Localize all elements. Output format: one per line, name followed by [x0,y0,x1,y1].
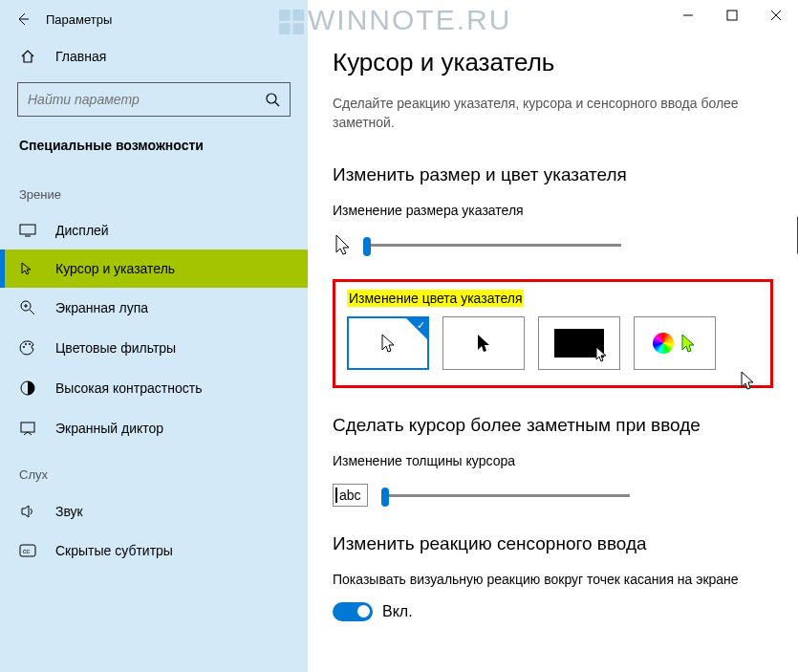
pointer-color-inverted[interactable] [538,316,620,370]
window-controls [666,0,798,31]
sidebar: Параметры Главная Специальные возможност… [0,0,308,672]
cursor-large-icon [792,216,798,260]
pointer-color-options: ✓ [347,316,759,370]
sidebar-home[interactable]: Главная [0,38,308,75]
svg-rect-2 [20,225,35,234]
search-box[interactable] [17,82,291,117]
titlebar: Параметры [0,0,308,38]
pointer-size-slider[interactable] [363,244,621,247]
home-icon [19,48,38,65]
sidebar-item-label: Экранный диктор [55,421,163,436]
slider-thumb[interactable] [381,488,389,507]
search-input[interactable] [18,92,255,107]
sidebar-item-magnifier[interactable]: Экранная лупа [0,288,308,328]
cursor-thickness-row: abc [333,484,773,507]
sidebar-item-cursor[interactable]: Курсор и указатель [0,249,308,288]
svg-rect-12 [21,423,34,432]
sidebar-home-label: Главная [55,49,106,64]
touch-section-title: Изменить реакцию сенсорного ввода [333,533,773,554]
check-icon: ✓ [417,319,425,332]
toggle-label: Вкл. [382,603,413,620]
contrast-icon [19,379,38,397]
thickness-label: Изменение толщины курсора [333,453,773,468]
sidebar-item-label: Курсор и указатель [55,261,175,276]
palette-icon [19,339,38,357]
main-pane: WINNOTE.RU Курсор и указатель Сделайте р… [308,0,798,672]
svg-line-5 [30,310,34,314]
cursor-preview: abc [333,484,368,507]
magnifier-icon [19,299,38,316]
sidebar-item-label: Экранная лупа [55,300,148,315]
pointer-color-black[interactable] [442,316,525,370]
search-icon [255,92,290,107]
window-title: Параметры [46,12,112,27]
cc-icon: cc [19,544,38,557]
color-label: Изменение цвета указателя [347,290,524,307]
svg-rect-20 [727,11,737,20]
category-title: Специальные возможности [0,130,308,168]
sidebar-item-label: Цветовые фильтры [55,340,176,356]
sidebar-item-display[interactable]: Дисплей [0,211,308,249]
page-title: Курсор и указатель [333,48,773,77]
sidebar-item-filters[interactable]: Цветовые фильтры [0,328,308,368]
cursor-thickness-slider[interactable] [381,494,630,497]
svg-point-10 [29,343,31,345]
page-description: Сделайте реакцию указателя, курсора и се… [333,95,744,132]
color-wheel-icon [653,333,674,354]
close-button[interactable] [754,0,798,31]
sidebar-item-contrast[interactable]: Высокая контрастность [0,368,308,408]
maximize-button[interactable] [710,0,754,31]
group-label-vision: Зрение [0,168,308,211]
cursor-icon [19,261,38,276]
touch-toggle[interactable] [333,602,373,621]
slider-thumb[interactable] [363,237,371,256]
sidebar-item-label: Дисплей [55,223,109,238]
sidebar-item-label: Скрытые субтитры [55,543,173,558]
svg-point-8 [23,346,25,348]
svg-point-0 [267,94,276,103]
svg-text:cc: cc [23,548,31,554]
pointer-color-white[interactable]: ✓ [347,316,429,370]
touch-toggle-row: Вкл. [333,602,773,621]
cursor-section-title: Сделать курсор более заметным при вводе [333,415,773,436]
group-label-hearing: Слух [0,448,308,491]
display-icon [19,224,38,237]
sidebar-item-sound[interactable]: Звук [0,491,308,531]
touch-desc: Показывать визуальную реакцию вокруг точ… [333,572,773,587]
pointer-size-slider-row [333,233,773,256]
back-button[interactable] [8,4,38,34]
svg-line-1 [275,102,279,106]
size-section-title: Изменить размер и цвет указателя [333,164,773,185]
svg-point-9 [25,343,27,345]
color-highlight-box: Изменение цвета указателя ✓ [333,279,773,388]
sound-icon [19,503,38,520]
sidebar-item-narrator[interactable]: Экранный диктор [0,408,308,448]
sidebar-item-cc[interactable]: cc Скрытые субтитры [0,531,308,570]
cursor-small-icon [333,233,352,256]
narrator-icon [19,420,38,437]
sidebar-item-label: Высокая контрастность [55,380,202,396]
size-label: Изменение размера указателя [333,203,773,218]
pointer-color-custom[interactable] [634,316,716,370]
sidebar-item-label: Звук [55,504,83,519]
minimize-button[interactable] [666,0,710,31]
